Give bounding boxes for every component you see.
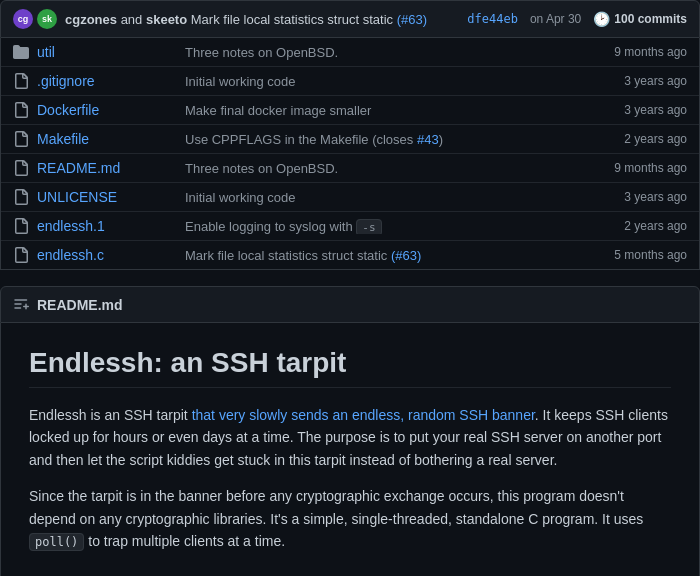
file-name[interactable]: Dockerfile	[37, 102, 177, 118]
commits-count-label: 100 commits	[614, 12, 687, 26]
file-icon	[13, 247, 29, 263]
commit-bar-left: cg sk cgzones and skeeto Mark file local…	[13, 9, 459, 29]
author-separator: and	[121, 12, 146, 27]
file-time: 3 years ago	[587, 103, 687, 117]
readme-heading: Endlessh: an SSH tarpit	[29, 347, 671, 388]
table-row: Makefile Use CPPFLAGS in the Makefile (c…	[1, 125, 699, 154]
file-table: util Three notes on OpenBSD. 9 months ag…	[0, 38, 700, 270]
commit-link[interactable]: (#63)	[397, 12, 427, 27]
avatar-group: cg sk	[13, 9, 57, 29]
file-name[interactable]: Makefile	[37, 131, 177, 147]
author1-name[interactable]: cgzones	[65, 12, 117, 27]
file-icon	[13, 131, 29, 147]
file-time: 3 years ago	[587, 74, 687, 88]
readme-p2-code: poll()	[29, 533, 84, 551]
file-commit-msg: Three notes on OpenBSD.	[185, 161, 579, 176]
readme-body: Endlessh: an SSH tarpit Endlessh is an S…	[0, 323, 700, 576]
readme-filename[interactable]: README.md	[37, 297, 123, 313]
table-row: Dockerfile Make final docker image small…	[1, 96, 699, 125]
commit-ref-link[interactable]: #43	[417, 132, 439, 147]
commit-hash[interactable]: dfe44eb	[467, 12, 518, 26]
commits-count[interactable]: 🕑 100 commits	[593, 11, 687, 27]
commit-bar: cg sk cgzones and skeeto Mark file local…	[0, 0, 700, 38]
commit-bar-right: dfe44eb on Apr 30 🕑 100 commits	[467, 11, 687, 27]
avatar-2[interactable]: sk	[37, 9, 57, 29]
file-icon	[13, 73, 29, 89]
file-icon	[13, 218, 29, 234]
file-name[interactable]: README.md	[37, 160, 177, 176]
file-commit-msg: Initial working code	[185, 190, 579, 205]
file-time: 9 months ago	[587, 45, 687, 59]
readme-header: README.md	[0, 286, 700, 323]
avatar-1[interactable]: cg	[13, 9, 33, 29]
file-time: 2 years ago	[587, 132, 687, 146]
commit-message: Mark file local statistics struct static	[191, 12, 393, 27]
file-time: 2 years ago	[587, 219, 687, 233]
file-name[interactable]: endlessh.1	[37, 218, 177, 234]
commit-authors: cgzones and skeeto Mark file local stati…	[65, 12, 427, 27]
commit-date: on Apr 30	[530, 12, 581, 26]
file-time: 3 years ago	[587, 190, 687, 204]
readme-paragraph-1: Endlessh is an SSH tarpit that very slow…	[29, 404, 671, 471]
file-name[interactable]: UNLICENSE	[37, 189, 177, 205]
table-row: util Three notes on OpenBSD. 9 months ag…	[1, 38, 699, 67]
file-commit-msg: Mark file local statistics struct static…	[185, 248, 579, 263]
readme-p1-link[interactable]: that very slowly sends an endless, rando…	[192, 407, 535, 423]
readme-p1-pre: Endlessh is an SSH tarpit	[29, 407, 192, 423]
file-name[interactable]: endlessh.c	[37, 247, 177, 263]
file-commit-msg: Enable logging to syslog with -s	[185, 219, 579, 234]
readme-paragraph-2: Since the tarpit is in the banner before…	[29, 485, 671, 552]
author2-name[interactable]: skeeto	[146, 12, 187, 27]
file-commit-msg: Initial working code	[185, 74, 579, 89]
table-row: .gitignore Initial working code 3 years …	[1, 67, 699, 96]
file-commit-msg: Use CPPFLAGS in the Makefile (closes #43…	[185, 132, 579, 147]
table-row: endlessh.1 Enable logging to syslog with…	[1, 212, 699, 241]
file-name[interactable]: util	[37, 44, 177, 60]
file-commit-msg: Three notes on OpenBSD.	[185, 45, 579, 60]
file-icon	[13, 102, 29, 118]
readme-p2-pre: Since the tarpit is in the banner before…	[29, 488, 643, 526]
commit-badge: -s	[356, 219, 381, 234]
table-row: UNLICENSE Initial working code 3 years a…	[1, 183, 699, 212]
commit-ref-link[interactable]: (#63)	[391, 248, 421, 263]
file-time: 5 months ago	[587, 248, 687, 262]
table-row: README.md Three notes on OpenBSD. 9 mont…	[1, 154, 699, 183]
file-name[interactable]: .gitignore	[37, 73, 177, 89]
file-time: 9 months ago	[587, 161, 687, 175]
folder-icon	[13, 44, 29, 60]
readme-p2-post: to trap multiple clients at a time.	[84, 533, 285, 549]
list-icon	[13, 295, 29, 314]
table-row: endlessh.c Mark file local statistics st…	[1, 241, 699, 269]
file-icon	[13, 160, 29, 176]
file-commit-msg: Make final docker image smaller	[185, 103, 579, 118]
history-icon: 🕑	[593, 11, 610, 27]
file-icon	[13, 189, 29, 205]
